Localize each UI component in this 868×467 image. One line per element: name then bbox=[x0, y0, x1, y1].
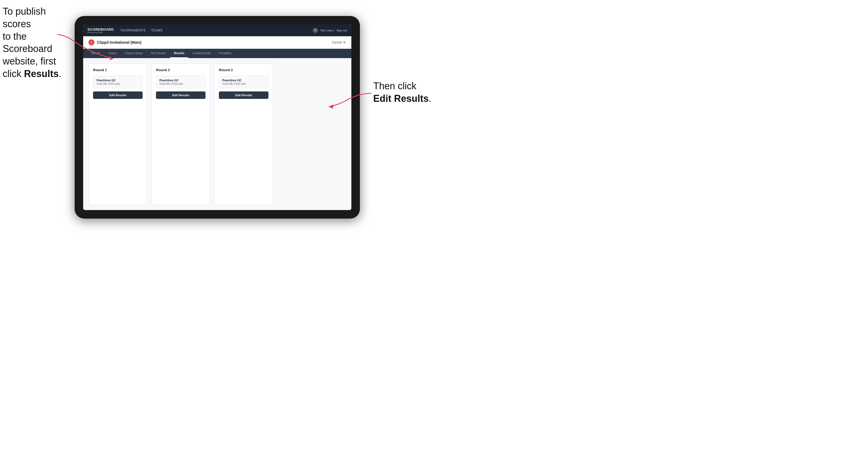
tablet-screen: SCOREBOARD Powered by clippd TOURNAMENTS… bbox=[83, 25, 351, 210]
round-1-course-name: Peachtree GC bbox=[96, 79, 139, 82]
nav-right: Test User | Sign out bbox=[313, 28, 347, 33]
round-3-edit-results-button[interactable]: Edit Results bbox=[219, 91, 269, 99]
round-2-course-card: Peachtree GC Gold (M) (7010 yds) bbox=[156, 76, 206, 88]
round-2-title: Round 2 bbox=[156, 68, 206, 72]
round-3-course-name: Peachtree GC bbox=[222, 79, 265, 82]
user-avatar bbox=[313, 28, 318, 33]
tablet-frame: SCOREBOARD Powered by clippd TOURNAMENTS… bbox=[75, 16, 360, 219]
top-nav: SCOREBOARD Powered by clippd TOURNAMENTS… bbox=[83, 25, 351, 36]
round-1-course-info: Gold (M) (7010 yds) bbox=[96, 82, 139, 85]
round-2-edit-results-button[interactable]: Edit Results bbox=[156, 91, 206, 99]
tab-details[interactable]: Details bbox=[87, 49, 104, 58]
tournament-icon: C bbox=[89, 39, 94, 45]
tab-course-setup[interactable]: Course Setup bbox=[121, 49, 146, 58]
nav-teams[interactable]: TEAMS bbox=[151, 27, 163, 33]
round-1-course-card: Peachtree GC Gold (M) (7010 yds) bbox=[93, 76, 143, 88]
round-1-edit-results-button[interactable]: Edit Results bbox=[93, 91, 143, 99]
tab-teams[interactable]: Teams bbox=[104, 49, 121, 58]
tab-bar: Details Teams Course Setup Tee Groups Re… bbox=[83, 49, 351, 58]
annotation-left: To publish scores to the Scoreboard webs… bbox=[3, 5, 64, 80]
results-area: Round 1 Peachtree GC Gold (M) (7010 yds)… bbox=[83, 58, 351, 210]
nav-tournaments[interactable]: TOURNAMENTS bbox=[120, 27, 146, 33]
round-3-course-card: Peachtree GC Gold (M) (7010 yds) bbox=[219, 76, 269, 88]
annotation-right: Then click Edit Results. bbox=[373, 80, 431, 105]
tab-results[interactable]: Results bbox=[170, 49, 188, 58]
tournament-title: Clippd Invitational (Main) bbox=[97, 40, 332, 44]
round-3-course-info: Gold (M) (7010 yds) bbox=[222, 82, 265, 85]
tab-printables[interactable]: Printables bbox=[215, 49, 236, 58]
round-3-card: Round 3 Peachtree GC Gold (M) (7010 yds)… bbox=[214, 63, 273, 205]
cancel-button[interactable]: Cancel ✕ bbox=[332, 40, 346, 44]
nav-links: TOURNAMENTS TEAMS bbox=[120, 27, 313, 33]
tab-tee-groups[interactable]: Tee Groups bbox=[147, 49, 169, 58]
logo-text: SCOREBOARD bbox=[87, 28, 114, 31]
round-1-card: Round 1 Peachtree GC Gold (M) (7010 yds)… bbox=[89, 63, 147, 205]
main-content: C Clippd Invitational (Main) Cancel ✕ De… bbox=[83, 36, 351, 210]
round-1-title: Round 1 bbox=[93, 68, 143, 72]
user-name: Test User | bbox=[320, 29, 334, 32]
tournament-header: C Clippd Invitational (Main) Cancel ✕ bbox=[83, 36, 351, 49]
round-2-course-info: Gold (M) (7010 yds) bbox=[159, 82, 202, 85]
logo-sub: Powered by clippd bbox=[87, 31, 114, 33]
logo-area: SCOREBOARD Powered by clippd bbox=[87, 28, 114, 33]
round-2-course-name: Peachtree GC bbox=[159, 79, 202, 82]
round-3-title: Round 3 bbox=[219, 68, 269, 72]
tab-leaderboards[interactable]: Leaderboards bbox=[189, 49, 214, 58]
sign-out-link[interactable]: Sign out bbox=[336, 29, 347, 32]
round-2-card: Round 2 Peachtree GC Gold (M) (7010 yds)… bbox=[151, 63, 210, 205]
